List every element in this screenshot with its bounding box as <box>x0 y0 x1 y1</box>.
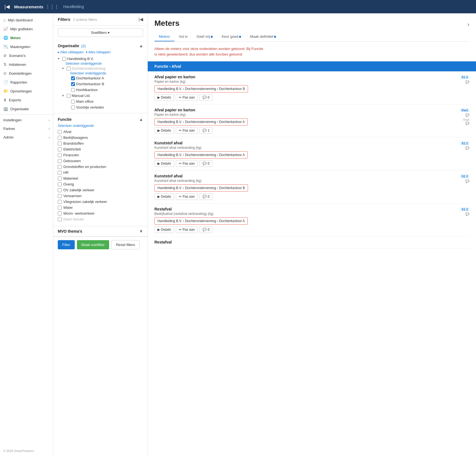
collapse-all-link[interactable]: ▾ Alles inklappen <box>86 50 111 54</box>
sidebar-item-admin[interactable]: Admin › <box>0 133 53 142</box>
meter-actions-3: ▶ Details ✏ Pas aan 💬 0 <box>154 193 453 200</box>
functie-label-geen-functie: Geen functie <box>63 217 84 221</box>
tab-keur-goed[interactable]: Keur goed <box>217 32 245 41</box>
help-link[interactable]: Handleiding <box>63 4 84 9</box>
comment-button-1[interactable]: 💬 1 <box>199 127 212 134</box>
filter-collapse-button[interactable]: |◀ <box>139 17 143 22</box>
details-button-1[interactable]: ▶ Details <box>154 127 174 134</box>
checkbox-voorbije-verleden[interactable] <box>71 106 75 109</box>
collapse-nav-button[interactable]: |◀ <box>4 4 10 10</box>
meter-name-3: Kunststof afval <box>154 174 453 178</box>
chart-icon: 📈 <box>3 27 8 31</box>
select-onderliggende-dochteronderneming-link[interactable]: Selecteer onderliggende <box>70 71 143 75</box>
chevron-up-icon-functie[interactable]: ▲ <box>139 117 143 122</box>
functie-label-materieel: Materieel <box>63 176 78 180</box>
maak-snelfilter-button[interactable]: Maak snelfilter <box>77 240 109 249</box>
comment-button-3[interactable]: 💬 0 <box>199 193 212 200</box>
checkbox-dochteronderneming[interactable] <box>67 67 71 71</box>
functie-item-hr: HR <box>58 170 143 175</box>
sidebar-item-initiatieven[interactable]: ⇅ Initiatieven <box>0 60 53 69</box>
details-button-4[interactable]: ▶ Details <box>154 226 174 233</box>
checkbox-afval[interactable] <box>58 130 62 134</box>
tab-meters[interactable]: Meters <box>154 32 174 41</box>
checkbox-water[interactable] <box>58 206 62 210</box>
checkbox-gebouwen[interactable] <box>58 159 62 163</box>
checkbox-brandstoffen[interactable] <box>58 142 62 145</box>
functie-label-woon-werk: Woon- werkverkeer <box>63 211 94 215</box>
filter-section-functie-header[interactable]: Functie ▲ <box>53 116 147 123</box>
expand-all-link[interactable]: ▸ Alles uitklappen <box>58 50 84 54</box>
tree-label-manual-ltd: Manual Ltd. <box>72 94 91 98</box>
checkbox-geen-functie[interactable] <box>58 217 62 221</box>
pasaan-button-1[interactable]: ✏ Pas aan <box>176 127 198 134</box>
select-onderliggende-functie-link[interactable]: Selecteer onderliggende <box>58 124 143 128</box>
functie-label-vliegreizen: Vliegreizen zakelijk verkeer <box>63 200 107 204</box>
sidebar-item-meten[interactable]: 🌐 Meten <box>0 33 53 42</box>
pasaan-button-2[interactable]: ✏ Pas aan <box>176 160 198 167</box>
tree-toggle-handleiding[interactable]: ▾ <box>58 57 61 61</box>
pasaan-button-3[interactable]: ✏ Pas aan <box>176 193 198 200</box>
checkbox-hoofdkantoor[interactable] <box>71 88 75 92</box>
tree-toggle-dochteronderneming[interactable]: ▾ <box>62 67 66 70</box>
checkbox-grondstoffen[interactable] <box>58 165 62 169</box>
filter-button[interactable]: Filter <box>58 240 75 249</box>
sidebar-item-exports[interactable]: ⬇ Exports <box>0 96 53 104</box>
tree-toggle-manual-ltd[interactable]: ▾ <box>62 94 66 97</box>
pasaan-button-4[interactable]: ✏ Pas aan <box>176 226 198 233</box>
pasaan-button-0[interactable]: ✏ Pas aan <box>176 94 198 101</box>
filter-section-organisatie-header[interactable]: Organisatie (2) ▲ <box>53 42 147 49</box>
rapporten-icon: 📄 <box>3 80 8 84</box>
details-button-0[interactable]: ▶ Details <box>154 94 174 101</box>
functie-label-elektriciteit: Elektriciteit <box>63 147 81 151</box>
sidebar-item-opmerkingen[interactable]: 📁 Opmerkingen <box>0 87 53 96</box>
snelfilter-dropdown-button[interactable]: Snelfilters ▾ <box>58 28 143 37</box>
details-button-2[interactable]: ▶ Details <box>154 160 174 167</box>
filter-section-mvo-header[interactable]: MVO thema's ▼ <box>53 226 147 236</box>
comment-button-2[interactable]: 💬 0 <box>199 160 212 167</box>
comment-button-4[interactable]: 💬 0 <box>199 226 212 233</box>
checkbox-hr[interactable] <box>58 171 62 175</box>
meter-name-0: Afval papier en karton <box>154 75 453 79</box>
checkbox-financien[interactable] <box>58 153 62 157</box>
checkbox-handleiding-bv[interactable] <box>62 57 66 61</box>
sidebar-label-rapporten: Rapporten <box>10 80 27 84</box>
sidebar-item-instellingen[interactable]: Instellingen › <box>0 116 53 124</box>
checkbox-overig[interactable] <box>58 182 62 186</box>
checkbox-bedrijfswagens[interactable] <box>58 136 62 140</box>
page-title: Meters <box>154 19 179 28</box>
checkbox-materieel[interactable] <box>58 177 62 180</box>
sidebar-item-dashboard[interactable]: ⌂ Mijn dashboard <box>0 16 53 24</box>
collapse-main-button[interactable]: › <box>467 21 469 27</box>
tree-item-voorbije-verleden: ▾ Voorbije verleden <box>67 104 143 110</box>
functie-item-vliegreizen: Vliegreizen zakelijk verkeer <box>58 199 143 205</box>
checkbox-verwarmen[interactable] <box>58 194 62 198</box>
sidebar-item-maatregelen[interactable]: 📉 Maatregelen <box>0 42 53 51</box>
sidebar-item-scenarios[interactable]: ⊘ Scenario's <box>0 51 53 60</box>
sidebar-item-rapporten[interactable]: 📄 Rapporten <box>0 78 53 87</box>
chevron-down-icon-mvo[interactable]: ▼ <box>139 229 143 233</box>
tab-geef-vrij[interactable]: Geef vrij <box>192 32 217 41</box>
comment-button-0[interactable]: 💬 0 <box>199 94 212 101</box>
checkbox-woon-werk[interactable] <box>58 212 62 215</box>
reset-filters-button[interactable]: Reset filters <box>111 240 140 249</box>
checkbox-dochterkantoor-b[interactable] <box>71 82 75 86</box>
tab-vul-in[interactable]: Vul in <box>174 32 192 41</box>
checkbox-manual-ltd[interactable] <box>67 94 71 98</box>
sidebar-item-organisatie[interactable]: 🏢 Organisatie <box>0 104 53 113</box>
meter-path-3: Handleiding B.V. › Dochteronderneming › … <box>154 184 248 192</box>
checkbox-elektriciteit[interactable] <box>58 147 62 151</box>
chevron-up-icon-organisatie[interactable]: ▲ <box>139 44 143 48</box>
grid-icon[interactable]: ⋮⋮⋮ <box>46 4 59 9</box>
checkbox-vliegreizen[interactable] <box>58 200 62 204</box>
select-onderliggende-handleiding-link[interactable]: Selecteer onderliggende <box>66 62 143 66</box>
details-button-3[interactable]: ▶ Details <box>154 193 174 200</box>
checkbox-dochterkantoor-a[interactable] <box>71 76 75 80</box>
sidebar-item-partner[interactable]: Partner › <box>0 124 53 133</box>
tab-maak-definitief[interactable]: Maak definitief <box>245 32 280 41</box>
checkbox-ov-zakelijk[interactable] <box>58 188 62 192</box>
sidebar-item-doelstellingen[interactable]: ⊙ Doelstellingen <box>0 69 53 78</box>
sidebar-item-grafieken[interactable]: 📈 Mijn grafieken <box>0 24 53 33</box>
meter-entry-2: Kunststof afval Kunststof afval verbrand… <box>154 137 469 170</box>
meter-badge-1: Kw1 💬 Kw3 💬 <box>453 108 469 125</box>
checkbox-main-office[interactable] <box>71 100 75 104</box>
